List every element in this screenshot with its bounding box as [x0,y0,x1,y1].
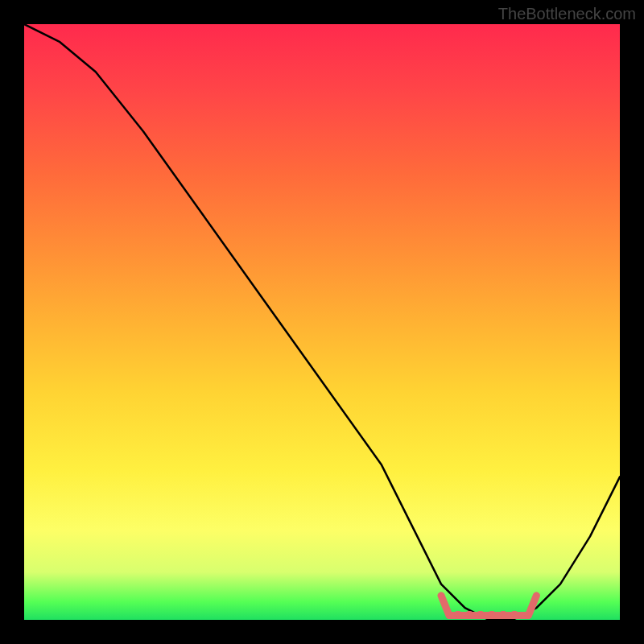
gradient-plot-area [24,24,620,620]
curve-layer [24,24,620,620]
bottleneck-curve [24,24,620,620]
chart-frame: TheBottleneck.com [0,0,644,644]
watermark-text: TheBottleneck.com [498,5,636,23]
